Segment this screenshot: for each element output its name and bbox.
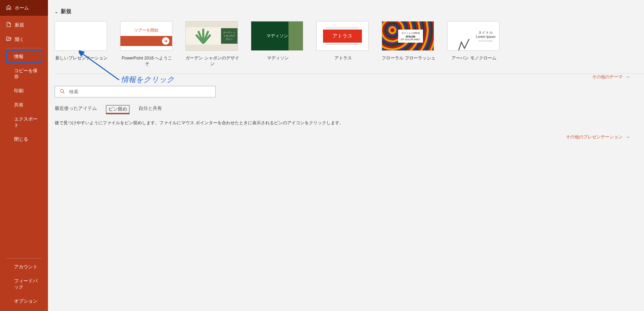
sidebar-item-export[interactable]: エクスポート: [0, 112, 48, 132]
sidebar-label: 情報: [14, 54, 23, 60]
link-label: その他のプレゼンテーション: [566, 134, 623, 140]
search-input[interactable]: [69, 89, 211, 94]
template-thumbnail: マディソン: [251, 21, 303, 51]
thumb-side-text: ガーデン シャボンのデザイン: [221, 28, 237, 44]
sidebar-item-feedback[interactable]: フィードバック: [0, 274, 48, 294]
tour-text: ツアーを開始: [134, 28, 158, 33]
template-thumbnail: アトラス: [316, 21, 369, 51]
template-label: PowerPoint 2016 へようこそ: [120, 55, 174, 67]
sidebar-divider: [6, 258, 42, 259]
more-presentations-link[interactable]: その他のプレゼンテーション →: [566, 134, 631, 140]
section-header-new[interactable]: ⌄ 新規: [55, 0, 644, 21]
thumb-card-bot: SIT DOLOR AMET: [401, 38, 421, 41]
thumb-card-mid: IPSUM: [401, 35, 421, 38]
sidebar-item-print[interactable]: 印刷: [0, 84, 48, 98]
sidebar-label: 新規: [15, 22, 24, 28]
sidebar-label: アカウント: [14, 264, 38, 270]
chevron-down-icon: ⌄: [55, 9, 58, 14]
arrow-right-icon: →: [625, 74, 631, 80]
thumb-title-2: Lorem Ipsum: [474, 35, 497, 39]
template-thumbnail: ガーデン シャボンのデザイン: [185, 21, 238, 51]
sidebar-label: コピーを保存: [14, 68, 42, 80]
template-gallery: 新しいプレゼンテーション ツアーを開始 ➔ PowerPoint 2016 へよ…: [55, 21, 644, 74]
template-atlas[interactable]: アトラス アトラス: [316, 21, 370, 67]
template-thumbnail: タイトル Lorem Ipsum SIT DOLOR AMET: [447, 21, 499, 51]
template-label: マディソン: [251, 55, 305, 61]
template-madison[interactable]: マディソン マディソン: [251, 21, 305, 67]
more-themes-link[interactable]: その他のテーマ →: [592, 74, 631, 80]
link-label: その他のテーマ: [592, 74, 623, 80]
sidebar-item-options[interactable]: オプション: [0, 294, 48, 311]
sidebar-item-share[interactable]: 共有: [0, 98, 48, 112]
sidebar-label: エクスポート: [14, 116, 42, 128]
sidebar-item-open[interactable]: 開く: [0, 32, 48, 47]
main-content: ⌄ 新規 新しいプレゼンテーション ツアーを開始 ➔ PowerPoint 20…: [48, 0, 644, 311]
recent-tabs: 最近使ったアイテム ピン留め 自分と共有: [55, 105, 644, 114]
template-label: フローラル フローラッシュ: [382, 55, 435, 61]
arrow-right-icon: →: [625, 134, 631, 140]
svg-line-2: [63, 92, 64, 93]
template-label: ガーデン シャボンのデザイン: [185, 55, 239, 67]
tab-recent[interactable]: 最近使ったアイテム: [55, 105, 97, 114]
search-icon: [60, 89, 65, 95]
template-thumbnail: [55, 21, 107, 51]
template-floral[interactable]: タイトル LOREM IPSUM SIT DOLOR AMET フローラル フロ…: [382, 21, 435, 67]
sidebar-label: 閉じる: [14, 136, 28, 142]
sidebar-label: 印刷: [14, 88, 23, 94]
template-thumbnail: ツアーを開始 ➔: [120, 21, 172, 51]
home-icon: [6, 5, 11, 11]
arrow-right-icon: ➔: [162, 37, 169, 45]
new-file-icon: [6, 22, 11, 28]
thumb-title-3: SIT DOLOR AMET: [474, 40, 497, 42]
template-urban[interactable]: タイトル Lorem Ipsum SIT DOLOR AMET アーバン モノク…: [447, 21, 501, 67]
section-title: 新規: [61, 8, 71, 15]
sidebar-item-info[interactable]: 情報: [6, 50, 42, 63]
folder-open-icon: [6, 36, 11, 43]
template-label: 新しいプレゼンテーション: [55, 55, 108, 61]
template-blank[interactable]: 新しいプレゼンテーション: [55, 21, 108, 67]
tab-pinned[interactable]: ピン留め: [106, 105, 129, 114]
sidebar-item-account[interactable]: アカウント: [0, 260, 48, 274]
svg-point-1: [60, 89, 63, 92]
template-thumbnail: タイトル LOREM IPSUM SIT DOLOR AMET: [382, 21, 434, 51]
template-garden[interactable]: ガーデン シャボンのデザイン ガーデン シャボンのデザイン: [185, 21, 239, 67]
thumb-card-top: タイトル LOREM: [401, 32, 421, 35]
thumb-center-text: マディソン: [266, 33, 288, 39]
thumb-title-1: タイトル: [474, 30, 497, 35]
thumb-center-text: アトラス: [323, 30, 362, 43]
pinned-hint: 後で見つけやすいようにファイルをピン留めします。ファイルにマウス ポインターを合…: [55, 120, 644, 126]
sidebar-label: オプション: [14, 298, 38, 304]
sidebar-label: 共有: [14, 102, 23, 108]
template-welcome-tour[interactable]: ツアーを開始 ➔ PowerPoint 2016 へようこそ: [120, 21, 174, 67]
template-label: アーバン モノクローム: [447, 55, 501, 61]
sidebar-item-home[interactable]: ホーム: [0, 0, 48, 16]
sidebar-divider: [6, 48, 42, 48]
sidebar-label: 開く: [15, 37, 24, 43]
sidebar-label: フィードバック: [14, 278, 42, 290]
template-label: アトラス: [316, 55, 370, 61]
tab-shared[interactable]: 自分と共有: [139, 105, 162, 114]
sidebar-label: ホーム: [15, 5, 29, 11]
sidebar-item-save-copy[interactable]: コピーを保存: [0, 64, 48, 84]
search-box[interactable]: [55, 86, 216, 97]
sidebar-item-close[interactable]: 閉じる: [0, 132, 48, 146]
sidebar-item-new[interactable]: 新規: [0, 18, 48, 32]
backstage-sidebar: ホーム 新規 開く 情報 コピーを保存 印刷 共有 エクスポート 閉じる アカウ…: [0, 0, 48, 311]
